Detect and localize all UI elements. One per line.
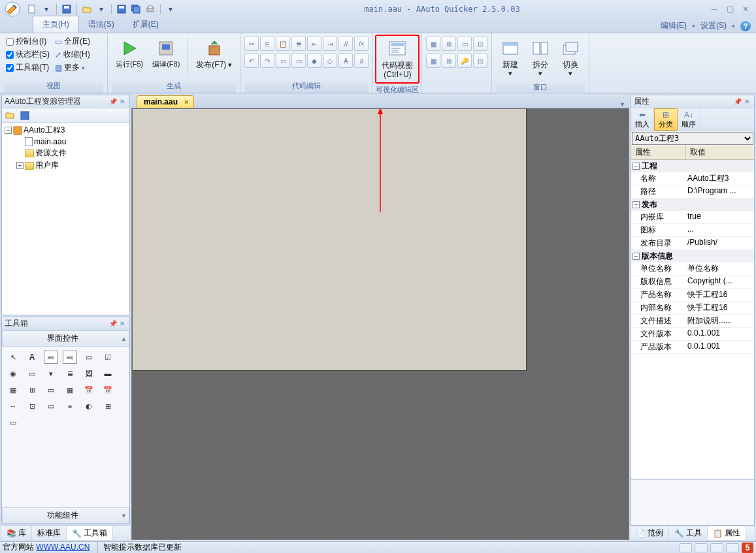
ve-7[interactable]: 🔑 [457,54,472,68]
tool-radio[interactable]: ◉ [6,367,20,380]
status-btn-2[interactable] [695,543,708,552]
tree-item-userlib[interactable]: + 用户库 [3,159,128,172]
btn-fullscreen[interactable]: ▭全屏(E) [53,35,92,48]
status-site-link[interactable]: WWW.AAU.CN [36,543,90,552]
rbt-prop[interactable]: 📋属性 [708,526,746,540]
tool-richedit[interactable]: ab| [63,351,77,364]
tool-listview[interactable]: ▦ [6,383,20,396]
ve-5[interactable]: ▦ [426,54,440,68]
design-canvas-area[interactable] [131,108,629,540]
qat-save-icon[interactable] [61,3,73,15]
tree-item-res[interactable]: 资源文件 [3,147,128,159]
sb-14[interactable]: ◇ [323,54,337,68]
close-button[interactable]: ✕ [739,5,752,14]
bt-lib[interactable]: 📚库 [1,526,32,540]
pin-icon[interactable]: 📌 [108,319,118,328]
minimize-button[interactable]: ─ [708,5,721,14]
project-tree[interactable]: − AAuto工程3 main.aau 资源文件 + 用户库 [2,123,129,315]
tool-edit[interactable]: ab| [44,351,58,364]
tool-calendar[interactable]: 📅 [82,383,96,396]
ve-2[interactable]: ⊞ [442,37,456,51]
tool-18[interactable]: ↔ [6,400,20,413]
tab-extend[interactable]: 扩展(E) [123,16,168,33]
tool-label[interactable]: A [25,351,39,364]
prop-row[interactable]: 产品版本0.0.1.001 [631,341,754,354]
sb-13[interactable]: ◆ [307,54,321,68]
qat-dropdown-icon[interactable]: ▾ [95,3,107,15]
btn-more[interactable]: ▦更多▾ [53,61,92,74]
ve-1[interactable]: ▦ [426,37,440,51]
btn-window-split[interactable]: 拆分▾ [526,35,555,81]
chk-toolbox[interactable]: 工具箱(T) [4,61,52,74]
qat-dropdown-icon[interactable]: ▾ [41,3,52,15]
btn-publish[interactable]: 发布(F7) ▾ [192,35,236,72]
sb-cut[interactable]: ✂ [244,37,259,51]
close-icon[interactable]: ✕ [118,319,127,328]
ve-8[interactable]: ⊡ [473,54,487,68]
status-notify-icon[interactable]: 5 [742,543,753,553]
prop-row[interactable]: 产品名称快手工程16 [631,289,754,302]
qat-new-icon[interactable] [26,3,38,15]
btn-compile[interactable]: 编译(F8) [148,35,184,71]
tool-22[interactable]: ◐ [82,400,96,413]
help-icon[interactable]: ? [740,21,751,31]
tool-groupbox[interactable]: ▭ [25,367,39,380]
toolbox-section-func[interactable]: 功能组件▼ [2,507,129,524]
status-btn-3[interactable] [710,543,723,552]
sb-12[interactable]: ▭ [291,54,306,68]
btn-collapse[interactable]: ⤢收缩(H) [53,48,92,61]
tool-23[interactable]: ⊞ [101,400,115,413]
prop-row[interactable]: 路径D:\Program ... [631,185,754,198]
tree-root[interactable]: − AAuto工程3 [3,124,128,136]
tool-list[interactable]: ≣ [63,367,77,380]
sb-indent-l[interactable]: ⇤ [307,37,321,51]
sb-4[interactable]: ≣ [291,37,306,51]
btn-codeview[interactable]: 代码视图(Ctrl+U) [379,37,416,81]
sb-indent-r[interactable]: ⇥ [323,37,337,51]
status-btn-4[interactable] [726,543,739,552]
prop-row[interactable]: 内部名称快手工程16 [631,302,754,315]
prop-tb-category[interactable]: ⊞分类 [654,108,678,131]
tool-picture[interactable]: 🖼 [82,367,96,380]
menu-edit[interactable]: 编辑(E) [661,20,687,31]
tab-syntax[interactable]: 语法(S) [79,16,123,33]
proj-tb-2[interactable] [19,110,31,121]
prop-row[interactable]: 发布目录/Publish/ [631,237,754,250]
qat-save2-icon[interactable] [116,3,127,15]
tree-item-main[interactable]: main.aau [3,136,128,147]
prop-grid[interactable]: − 工程名称AAuto工程3路径D:\Program ...− 发布内嵌库tru… [631,160,754,479]
prop-category[interactable]: − 工程 [631,160,754,172]
sb-16[interactable]: a [354,54,369,68]
sb-15[interactable]: A [338,54,353,68]
toolbox-section-ui[interactable]: 界面控件▲ [2,330,129,347]
tool-combo[interactable]: ▾ [44,367,58,380]
prop-row[interactable]: 图标... [631,224,754,237]
qat-open-icon[interactable] [81,3,93,15]
maximize-button[interactable]: ▢ [723,5,736,14]
tool-rect[interactable]: ▭ [6,416,20,429]
chk-statusbar[interactable]: 状态栏(S) [4,48,52,61]
tab-dropdown-icon[interactable]: ▼ [619,101,625,108]
prop-object-select[interactable]: AAuto工程3 [632,132,753,145]
sb-redo[interactable]: ↷ [260,54,274,68]
prop-row[interactable]: 版权信息Copyright (... [631,276,754,289]
ve-4[interactable]: ⊡ [473,37,487,51]
pin-icon[interactable]: 📌 [733,97,742,106]
tool-pointer[interactable]: ↖ [6,351,20,364]
tool-treeview[interactable]: ⊞ [25,383,39,396]
qat-print-icon[interactable] [144,3,156,15]
prop-tb-insert[interactable]: ⬅插入 [631,108,654,131]
btn-run[interactable]: 运行(F5) [112,35,147,71]
qat-drop-icon[interactable]: ▾ [165,3,176,15]
rbt-tool[interactable]: 🔧工具 [669,526,708,540]
prop-category[interactable]: − 发布 [631,198,754,211]
tool-button[interactable]: ▭ [82,351,96,364]
tool-15[interactable]: ▦ [63,383,77,396]
doc-tab-main[interactable]: main.aau × [137,95,194,108]
prop-tb-sort[interactable]: A↓顺序 [678,108,700,131]
pin-icon[interactable]: 📌 [108,97,118,106]
prop-row[interactable]: 单位名称单位名称 [631,262,754,276]
form-design-surface[interactable] [133,109,527,371]
ve-6[interactable]: ⊞ [442,54,456,68]
app-menu-icon[interactable] [0,0,25,18]
